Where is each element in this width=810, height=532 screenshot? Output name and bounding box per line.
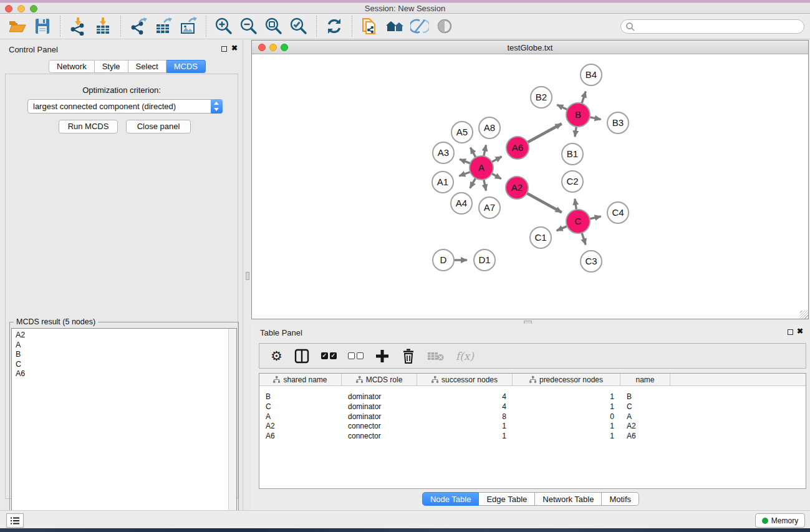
column-header-predecessor-nodes[interactable]: predecessor nodes	[513, 374, 620, 385]
vertical-splitter-handle[interactable]	[246, 272, 249, 280]
result-item[interactable]: C	[12, 360, 236, 370]
result-scrollbar[interactable]	[228, 329, 236, 532]
show-graphics-button[interactable]	[434, 16, 455, 37]
graph-edge-B-B1[interactable]	[575, 126, 576, 137]
tab-mcds[interactable]: MCDS	[166, 60, 206, 73]
column-header-name[interactable]: name	[620, 374, 670, 385]
cell-successor-nodes[interactable]: 4	[417, 402, 513, 412]
graph-edge-A-A1[interactable]	[459, 172, 471, 176]
cell-successor-nodes[interactable]: 4	[417, 392, 513, 402]
cell-mcds-role[interactable]: dominator	[342, 392, 417, 402]
duplicate-network-button[interactable]	[359, 16, 380, 37]
search-input[interactable]	[638, 21, 804, 32]
cell-predecessor-nodes[interactable]: 1	[513, 432, 620, 442]
result-item[interactable]: A6	[12, 369, 236, 379]
column-header-mcds-role[interactable]: MCDS role	[342, 374, 417, 385]
hide-graphics-details-button[interactable]	[409, 16, 430, 37]
graph-edge-A-A3[interactable]	[460, 159, 471, 163]
cell-successor-nodes[interactable]: 1	[417, 422, 513, 432]
result-item[interactable]: A2	[12, 329, 236, 341]
tab-edge-table[interactable]: Edge Table	[479, 492, 535, 506]
graph-edge-A6-B[interactable]	[527, 123, 562, 142]
search-field[interactable]	[620, 19, 804, 34]
import-network-button[interactable]	[67, 16, 89, 37]
mcds-result-list[interactable]: A2 A B C A6	[11, 328, 237, 532]
graph-edge-C-C2[interactable]	[575, 199, 577, 210]
cell-name[interactable]: C	[620, 402, 670, 412]
graph-edge-B-B2[interactable]	[557, 105, 567, 110]
table-row[interactable]: B dominator 4 1 B	[259, 392, 806, 402]
close-panel-icon[interactable]: ✖	[797, 327, 803, 336]
cell-name[interactable]: A2	[620, 422, 670, 432]
task-history-button[interactable]	[6, 513, 24, 528]
cell-shared-name[interactable]: A6	[259, 432, 342, 442]
export-table-button[interactable]	[153, 16, 174, 37]
export-image-button[interactable]	[178, 16, 199, 37]
cell-name[interactable]: A	[620, 412, 670, 422]
network-window-titlebar[interactable]: testGlobe.txt	[252, 41, 808, 54]
delete-table-button[interactable]	[427, 351, 445, 362]
graph-edge-A-A7[interactable]	[484, 179, 486, 191]
graph-edge-A-A8[interactable]	[484, 145, 486, 157]
graph-edge-A2-C[interactable]	[526, 193, 562, 212]
table-settings-button[interactable]: ⚙	[271, 349, 282, 362]
select-all-button[interactable]: ✓✓	[321, 352, 337, 359]
tab-select[interactable]: Select	[128, 60, 166, 73]
open-session-button[interactable]	[7, 16, 28, 37]
cell-predecessor-nodes[interactable]: 0	[513, 412, 620, 422]
zoom-out-button[interactable]	[238, 16, 259, 37]
resize-grip[interactable]	[800, 311, 808, 319]
graph-edge-A-A6[interactable]	[491, 157, 502, 162]
graph-edge-B-B3[interactable]	[589, 117, 601, 120]
result-item[interactable]: B	[12, 350, 236, 360]
cell-predecessor-nodes[interactable]: 1	[513, 422, 620, 432]
refresh-layout-button[interactable]	[324, 16, 345, 37]
float-panel-icon[interactable]	[221, 46, 227, 52]
graph-edge-A-A4[interactable]	[470, 178, 476, 188]
close-panel-button[interactable]: Close panel	[126, 120, 191, 133]
criterion-select[interactable]: largest connected component (directed)	[27, 99, 223, 114]
cell-successor-nodes[interactable]: 1	[417, 432, 513, 442]
cell-predecessor-nodes[interactable]: 1	[513, 392, 620, 402]
function-builder-button[interactable]: f(x)	[456, 350, 474, 362]
graph-edge-C-C4[interactable]	[589, 216, 601, 219]
cell-shared-name[interactable]: A2	[259, 422, 342, 432]
table-row[interactable]: A2 connector 1 1 A2	[259, 422, 806, 432]
table-row[interactable]: A6 connector 1 1 A6	[259, 432, 806, 442]
tab-network[interactable]: Network	[49, 60, 95, 73]
graph-edge-C-C3[interactable]	[582, 232, 586, 244]
cell-shared-name[interactable]: B	[259, 392, 342, 402]
run-mcds-button[interactable]: Run MCDS	[59, 120, 118, 133]
result-item[interactable]: A	[12, 341, 236, 351]
add-row-button[interactable]	[375, 349, 390, 364]
graph-edge-A-A5[interactable]	[470, 148, 476, 158]
tab-motifs[interactable]: Motifs	[602, 492, 639, 506]
table-row[interactable]: A dominator 8 0 A	[259, 412, 806, 422]
unselect-all-button[interactable]	[348, 352, 364, 359]
tab-style[interactable]: Style	[95, 60, 128, 73]
graph-edge-A-A2[interactable]	[491, 173, 501, 179]
cell-mcds-role[interactable]: dominator	[342, 402, 417, 412]
cell-mcds-role[interactable]: dominator	[342, 412, 417, 422]
cell-mcds-role[interactable]: connector	[342, 432, 417, 442]
cell-shared-name[interactable]: C	[259, 402, 342, 412]
table-row[interactable]: C dominator 4 1 C	[259, 402, 806, 412]
column-header-shared-name[interactable]: shared name	[259, 374, 342, 385]
close-panel-icon[interactable]: ✖	[231, 44, 238, 52]
import-table-button[interactable]	[92, 16, 113, 37]
cell-successor-nodes[interactable]: 8	[417, 412, 513, 422]
cell-mcds-role[interactable]: connector	[342, 422, 417, 432]
column-browser-button[interactable]	[294, 348, 310, 364]
tab-node-table[interactable]: Node Table	[422, 492, 480, 506]
export-network-button[interactable]	[128, 16, 149, 37]
graph-edge-B-B4[interactable]	[582, 92, 586, 104]
save-session-button[interactable]	[32, 16, 53, 37]
zoom-selected-button[interactable]	[288, 16, 309, 37]
memory-button[interactable]: Memory	[755, 513, 805, 528]
zoom-in-button[interactable]	[213, 16, 234, 37]
zoom-fit-button[interactable]	[263, 16, 284, 37]
delete-row-button[interactable]	[401, 348, 416, 364]
cell-name[interactable]: A6	[620, 432, 670, 442]
cell-shared-name[interactable]: A	[259, 412, 342, 422]
float-panel-icon[interactable]	[788, 329, 793, 335]
